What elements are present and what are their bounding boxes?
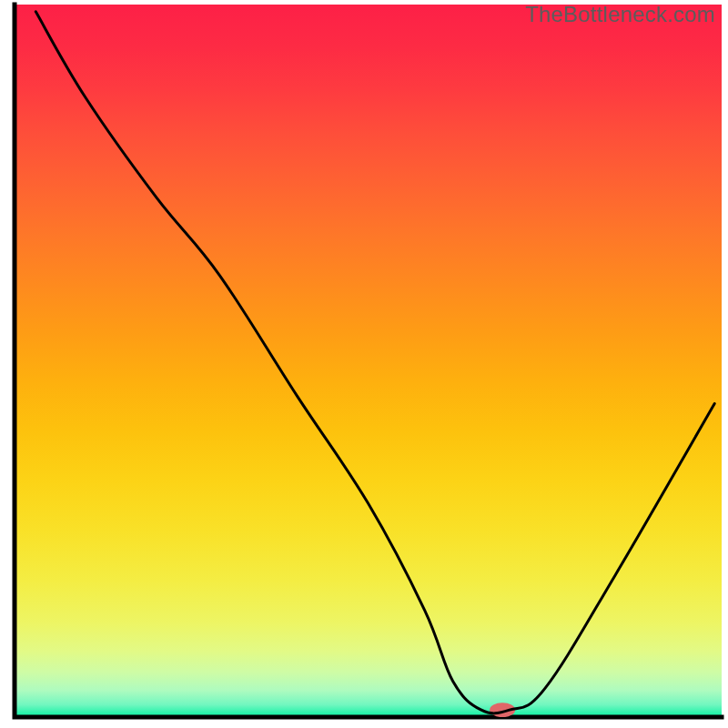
chart-container: TheBottleneck.com <box>0 0 728 728</box>
watermark-text: TheBottleneck.com <box>525 2 715 27</box>
bottleneck-chart <box>0 0 728 728</box>
plot-background <box>16 5 722 715</box>
